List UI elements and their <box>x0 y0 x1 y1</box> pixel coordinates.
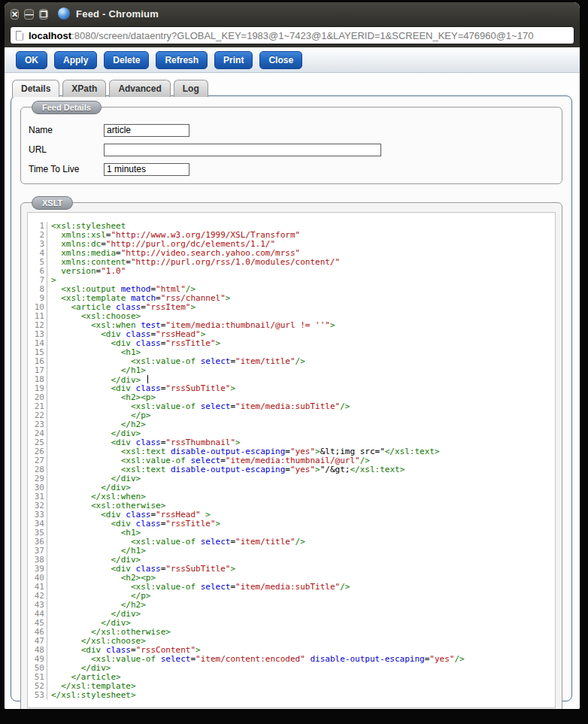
code-token: > <box>216 519 221 529</box>
refresh-button[interactable]: Refresh <box>156 51 208 69</box>
page-content: OKApplyDeleteRefreshPrintClose DetailsXP… <box>5 47 580 709</box>
line-number: 3 <box>28 240 47 249</box>
code-token: "item/media:subTitle" <box>235 401 340 411</box>
code-token: "rssTitle" <box>165 519 215 529</box>
print-button[interactable]: Print <box>214 51 253 69</box>
line-number: 7 <box>28 276 47 285</box>
code-token: select <box>201 401 231 411</box>
code-token: </xsl:stylesheet> <box>51 690 136 700</box>
code-token: /> <box>296 537 305 547</box>
code-token: "http://purl.org/rss/1.0/modules/content… <box>131 257 340 267</box>
window-controls: ✕—❐ <box>11 7 53 21</box>
browser-window: ✕—❐ Feed - Chromium localhost:8080/scree… <box>5 2 580 709</box>
minimize-window-button[interactable]: — <box>24 9 34 20</box>
code-text: </h1> <box>47 366 146 375</box>
code-token <box>195 401 201 411</box>
tab-bar: DetailsXPathAdvancedLog <box>12 80 580 97</box>
feed-details-fields: NameURLTime To Live <box>21 108 562 183</box>
code-token: "yes" <box>290 465 315 474</box>
address-bar-row: localhost:8080/screen/dataentry?GLOBAL_K… <box>5 25 580 47</box>
code-token: /> <box>454 654 464 664</box>
tab-details[interactable]: Details <box>12 80 59 97</box>
ok-button[interactable]: OK <box>16 51 47 69</box>
code-token: /> <box>340 582 350 592</box>
code-token: select <box>161 654 191 664</box>
xslt-fieldset: XSLT 1<xsl:stylesheet2 xmlns:xsl="http:/… <box>20 202 562 709</box>
code-token: /> <box>340 401 350 411</box>
tab-xpath[interactable]: XPath <box>62 80 106 97</box>
code-token: "yes" <box>429 654 454 664</box>
code-token <box>165 465 171 474</box>
time-to-live-label: Time To Live <box>29 164 104 174</box>
code-token: "1.0" <box>101 266 126 276</box>
code-line: 17 </h1> <box>28 366 555 375</box>
feed-details-fieldset: Feed Details NameURLTime To Live <box>20 107 562 184</box>
line-number: 2 <box>28 231 47 240</box>
code-token: > <box>190 302 195 312</box>
time-to-live-input[interactable] <box>104 163 189 176</box>
code-token: > <box>330 320 335 330</box>
url-host: localhost <box>29 30 71 41</box>
title-bar[interactable]: ✕—❐ Feed - Chromium <box>5 2 580 25</box>
code-line: 6 version="1.0" <box>28 267 555 276</box>
line-number: 5 <box>28 258 47 267</box>
code-token: > <box>216 338 221 348</box>
line-number: 53 <box>28 691 47 700</box>
name-input[interactable] <box>104 124 189 137</box>
code-token: "rssSubTitle" <box>165 383 230 393</box>
code-text: </xsl:stylesheet> <box>47 691 136 700</box>
close-window-button[interactable]: ✕ <box>11 9 19 20</box>
code-token: disable-output-escaping <box>171 465 285 474</box>
field-row-url: URL <box>29 140 562 159</box>
code-token: "item/content:encoded" <box>195 654 305 664</box>
line-number: 1 <box>28 222 47 231</box>
code-line: 53</xsl:stylesheet> <box>28 691 555 700</box>
apply-button[interactable]: Apply <box>54 51 97 69</box>
tab-log[interactable]: Log <box>174 80 208 97</box>
url-path: :8080/screen/dataentry?GLOBAL_KEY=1983@1… <box>71 30 533 41</box>
code-token: version <box>61 266 95 276</box>
line-number: 8 <box>28 285 47 294</box>
code-token: "rssTitle" <box>165 338 215 348</box>
code-token: "item/title" <box>235 537 295 547</box>
code-token: </xsl:text> <box>385 447 440 456</box>
toolbar: OKApplyDeleteRefreshPrintClose <box>5 47 580 73</box>
feed-details-legend: Feed Details <box>32 101 102 114</box>
code-token: </xsl:text> <box>350 465 405 474</box>
code-token: /> <box>296 356 305 366</box>
code-token: </h1> <box>121 365 146 375</box>
delete-button[interactable]: Delete <box>104 51 149 69</box>
code-token: "item/title" <box>235 356 295 366</box>
field-row-name: Name <box>29 120 562 140</box>
maximize-window-button[interactable]: ❐ <box>39 9 48 20</box>
field-row-time-to-live: Time To Live <box>29 159 562 179</box>
xslt-code-editor[interactable]: 1<xsl:stylesheet2 xmlns:xsl="http://www.… <box>27 212 556 708</box>
code-token: = <box>126 257 131 267</box>
code-token: select <box>201 582 231 592</box>
tab-advanced[interactable]: Advanced <box>109 80 170 97</box>
code-token: "item/media:subTitle" <box>235 582 340 592</box>
code-token: = <box>141 302 146 312</box>
code-token <box>51 365 121 375</box>
code-token <box>195 582 201 592</box>
code-token: > <box>230 564 235 574</box>
code-text: version="1.0" <box>47 267 126 276</box>
name-label: Name <box>29 125 104 135</box>
page-icon <box>16 31 23 41</box>
window-title: Feed - Chromium <box>76 8 159 20</box>
code-token: > <box>230 383 235 393</box>
code-token: "/&gt; <box>320 465 350 474</box>
code-token: "rssItem" <box>146 302 191 312</box>
url-label: URL <box>29 144 104 155</box>
url-input[interactable] <box>104 144 381 156</box>
address-bar[interactable]: localhost:8080/screen/dataentry?GLOBAL_K… <box>10 26 574 44</box>
code-token: "rssSubTitle" <box>165 564 230 574</box>
code-token: select <box>201 356 231 366</box>
code-token <box>195 537 201 547</box>
code-token: > <box>226 293 231 303</box>
close-button[interactable]: Close <box>259 51 302 69</box>
text-cursor <box>147 375 148 383</box>
code-token: select <box>201 537 231 547</box>
xslt-legend: XSLT <box>32 196 73 210</box>
chromium-icon <box>58 8 70 20</box>
